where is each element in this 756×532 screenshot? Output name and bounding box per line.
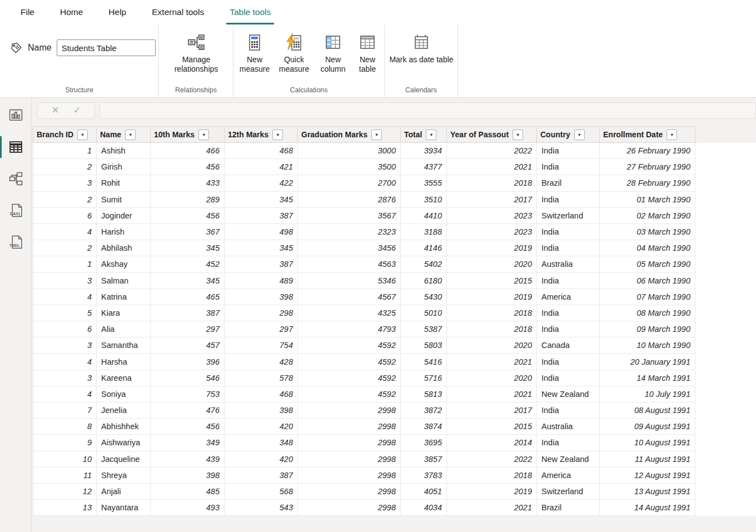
table-cell[interactable]: 05 March 1990 [600, 256, 695, 272]
filter-dropdown-icon[interactable]: ▾ [77, 130, 88, 140]
column-header-branch-id[interactable]: Branch ID▾ [33, 126, 97, 143]
table-cell[interactable]: 3934 [401, 143, 447, 159]
table-cell[interactable]: India [537, 354, 600, 370]
table-cell[interactable]: 493 [151, 500, 225, 516]
filter-dropdown-icon[interactable]: ▾ [513, 130, 523, 140]
table-cell[interactable]: 4 [33, 354, 97, 370]
table-cell[interactable]: 3 [33, 370, 97, 386]
table-cell[interactable]: India [537, 273, 600, 289]
table-cell[interactable]: India [537, 240, 600, 256]
filter-dropdown-icon[interactable]: ▾ [198, 130, 209, 140]
table-cell[interactable]: 03 March 1990 [600, 224, 695, 240]
table-cell[interactable]: Akshay [97, 256, 151, 272]
table-cell[interactable]: 439 [151, 451, 225, 468]
table-cell[interactable]: 11 August 1991 [600, 451, 695, 468]
table-cell[interactable]: 04 March 1990 [600, 240, 695, 256]
table-cell[interactable]: Anjali [97, 484, 151, 500]
table-cell[interactable]: 348 [225, 435, 298, 451]
table-cell[interactable]: Ashish [97, 143, 151, 159]
filter-dropdown-icon[interactable]: ▾ [125, 130, 136, 140]
table-name-input[interactable] [57, 39, 156, 56]
table-cell[interactable]: 12 August 1991 [600, 468, 695, 484]
table-cell[interactable]: 7 [33, 402, 97, 419]
table-cell[interactable]: 456 [151, 159, 225, 175]
table-cell[interactable]: Salman [97, 273, 151, 289]
table-cell[interactable]: 2021 [447, 386, 537, 402]
table-cell[interactable]: Jenelia [97, 402, 151, 419]
column-header-enrollment-date[interactable]: Enrollment Date▾ [600, 126, 695, 143]
table-cell[interactable]: 345 [151, 240, 225, 256]
new-table-button[interactable]: New table [352, 31, 382, 74]
table-cell[interactable]: 10 March 1990 [600, 337, 695, 354]
table-cell[interactable]: 468 [225, 143, 298, 159]
table-cell[interactable]: 2021 [447, 354, 537, 370]
table-cell[interactable]: 2015 [447, 273, 537, 289]
table-cell[interactable]: 546 [151, 370, 225, 386]
sidebar-item-dax-query-view[interactable]: DAX) [0, 195, 31, 226]
column-header-country[interactable]: Country▾ [537, 126, 600, 143]
table-cell[interactable]: 5 [33, 305, 97, 321]
table-cell[interactable]: 5402 [401, 256, 447, 272]
table-cell[interactable]: 07 March 1990 [600, 289, 695, 305]
table-cell[interactable]: Joginder [97, 208, 151, 224]
table-cell[interactable]: Samantha [97, 337, 151, 354]
table-cell[interactable]: 13 August 1991 [600, 484, 695, 500]
table-cell[interactable]: Switzerland [537, 208, 600, 224]
filter-dropdown-icon[interactable]: ▾ [574, 130, 585, 140]
table-cell[interactable]: 2700 [298, 175, 401, 191]
table-cell[interactable]: India [537, 143, 600, 159]
table-cell[interactable]: 485 [151, 484, 225, 500]
column-header-graduation-marks[interactable]: Graduation Marks▾ [298, 126, 401, 143]
table-cell[interactable]: 465 [151, 289, 225, 305]
table-cell[interactable]: 3567 [298, 208, 401, 224]
table-cell[interactable]: India [537, 192, 600, 208]
table-cell[interactable]: Kiara [97, 305, 151, 321]
table-cell[interactable]: 4793 [298, 321, 401, 337]
table-cell[interactable]: 3555 [401, 175, 447, 191]
table-cell[interactable]: 2019 [447, 289, 537, 305]
table-cell[interactable]: 14 March 1991 [600, 370, 695, 386]
table-cell[interactable]: 10 [33, 451, 97, 468]
table-cell[interactable]: 2323 [298, 224, 401, 240]
table-cell[interactable]: 2 [33, 159, 97, 175]
table-cell[interactable]: 3695 [401, 435, 447, 451]
column-header-year-of-passout[interactable]: Year of Passout▾ [447, 126, 537, 143]
table-cell[interactable]: 428 [225, 354, 298, 370]
table-cell[interactable]: 09 August 1991 [600, 419, 695, 435]
table-cell[interactable]: 476 [151, 402, 225, 419]
table-cell[interactable]: 4567 [298, 289, 401, 305]
table-cell[interactable]: 4592 [298, 386, 401, 402]
table-cell[interactable]: 2020 [447, 370, 537, 386]
table-cell[interactable]: Soniya [97, 386, 151, 402]
table-cell[interactable]: 08 March 1990 [600, 305, 695, 321]
table-cell[interactable]: 4592 [298, 370, 401, 386]
table-cell[interactable]: 2022 [447, 451, 537, 468]
table-cell[interactable]: 20 January 1991 [600, 354, 695, 370]
table-cell[interactable]: 5803 [401, 337, 447, 354]
table-cell[interactable]: Brazil [537, 500, 600, 516]
table-cell[interactable]: 2021 [447, 159, 537, 175]
table-cell[interactable]: 26 February 1990 [600, 143, 695, 159]
table-cell[interactable]: 2998 [298, 402, 401, 419]
table-cell[interactable]: 4410 [401, 208, 447, 224]
commit-icon[interactable]: ✓ [73, 106, 81, 115]
table-cell[interactable]: 5716 [401, 370, 447, 386]
table-cell[interactable]: India [537, 159, 600, 175]
table-cell[interactable]: Alia [97, 321, 151, 337]
table-cell[interactable]: Nayantara [97, 500, 151, 516]
table-cell[interactable]: 9 [33, 435, 97, 451]
table-cell[interactable]: 2023 [447, 224, 537, 240]
table-cell[interactable]: 2020 [447, 337, 537, 354]
table-cell[interactable]: 5430 [401, 289, 447, 305]
table-cell[interactable]: 2 [33, 192, 97, 208]
table-cell[interactable]: 14 August 1991 [600, 500, 695, 516]
table-cell[interactable]: 5387 [401, 321, 447, 337]
quick-measure-button[interactable]: Quick measure [275, 31, 314, 74]
table-cell[interactable]: 2019 [447, 484, 537, 500]
table-cell[interactable]: 4 [33, 386, 97, 402]
table-cell[interactable]: 420 [225, 419, 298, 435]
table-cell[interactable]: 543 [225, 500, 298, 516]
table-cell[interactable]: 433 [151, 175, 225, 191]
table-cell[interactable]: 1 [33, 256, 97, 272]
table-cell[interactable]: Australia [537, 419, 600, 435]
